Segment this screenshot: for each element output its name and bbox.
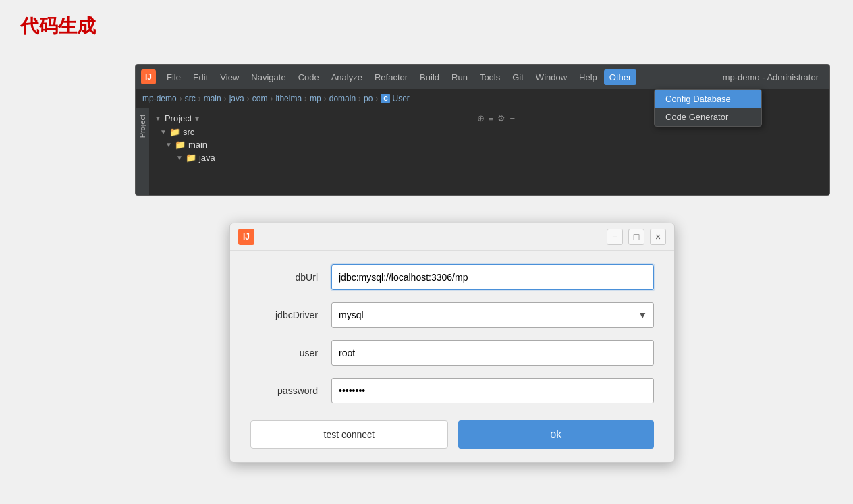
tree-icon-3[interactable]: ⚙ — [497, 113, 505, 123]
menu-analyze[interactable]: Analyze — [326, 69, 368, 85]
tree-header: ▼ Project ▾ ⊕ ≡ ⚙ − — [149, 111, 520, 125]
main-label: main — [188, 140, 207, 150]
menu-edit[interactable]: Edit — [188, 69, 213, 85]
project-sidebar-label: Project — [138, 115, 146, 138]
menu-code[interactable]: Code — [293, 69, 325, 85]
test-connect-button[interactable]: test connect — [250, 420, 448, 449]
menu-tools[interactable]: Tools — [474, 69, 505, 85]
dialog-footer: test connect ok — [230, 420, 674, 462]
breadcrumb-java[interactable]: java — [229, 94, 244, 103]
dburl-row: dbUrl — [250, 264, 654, 290]
dialog-close-button[interactable]: × — [650, 229, 666, 245]
project-sidebar-tab[interactable]: Project — [136, 108, 149, 195]
ide-window: IJ File Edit View Navigate Code Analyze … — [135, 64, 830, 196]
breadcrumb-domain[interactable]: domain — [329, 94, 356, 103]
dialog-titlebar: IJ − □ × — [230, 223, 674, 251]
src-expand-arrow: ▼ — [160, 128, 167, 136]
jdbcdriver-select[interactable]: mysql postgresql oracle sqlserver — [331, 302, 654, 328]
tree-collapse-icon: ▼ — [155, 115, 161, 122]
tree-project-label: Project — [165, 113, 192, 123]
breadcrumb-po[interactable]: po — [364, 94, 373, 103]
menu-git[interactable]: Git — [507, 69, 529, 85]
menu-help[interactable]: Help — [574, 69, 603, 85]
menu-build[interactable]: Build — [414, 69, 445, 85]
java-label: java — [199, 152, 215, 163]
menu-refactor[interactable]: Refactor — [369, 69, 413, 85]
dburl-input[interactable] — [331, 264, 654, 290]
main-folder-icon: 📁 — [175, 140, 186, 150]
src-label: src — [183, 127, 194, 137]
tree-icon-1[interactable]: ⊕ — [477, 113, 485, 123]
dropdown-config-database[interactable]: Config Database — [655, 90, 761, 108]
dialog-content: dbUrl jdbcDriver mysql postgresql oracle… — [230, 251, 674, 420]
java-folder-icon: 📁 — [186, 152, 196, 163]
user-row: user — [250, 340, 654, 366]
jdbcdriver-select-wrapper: mysql postgresql oracle sqlserver ▼ — [331, 302, 654, 328]
user-input[interactable] — [331, 340, 654, 366]
breadcrumb-user[interactable]: C User — [381, 94, 409, 103]
user-label: user — [250, 347, 318, 358]
tree-header-icons: ⊕ ≡ ⚙ − — [477, 113, 515, 123]
ide-logo: IJ — [141, 69, 156, 84]
menu-window[interactable]: Window — [530, 69, 572, 85]
ide-menubar: IJ File Edit View Navigate Code Analyze … — [136, 65, 829, 89]
dropdown-code-generator[interactable]: Code Generator — [655, 108, 761, 126]
project-title: mp-demo - Administrator — [717, 69, 824, 85]
tree-icon-2[interactable]: ≡ — [489, 113, 494, 123]
breadcrumb-mp[interactable]: mp — [310, 94, 321, 103]
dialog-minimize-button[interactable]: − — [607, 229, 623, 245]
jdbcdriver-row: jdbcDriver mysql postgresql oracle sqlse… — [250, 302, 654, 328]
src-folder-icon: 📁 — [169, 127, 180, 137]
breadcrumb-src[interactable]: src — [185, 94, 196, 103]
tree-item-java[interactable]: ▼ 📁 java — [149, 151, 520, 164]
menu-file[interactable]: File — [161, 69, 186, 85]
ok-button[interactable]: ok — [458, 420, 655, 449]
breadcrumb-com[interactable]: com — [252, 94, 268, 103]
breadcrumb-itheima[interactable]: itheima — [275, 94, 302, 103]
menu-navigate[interactable]: Navigate — [246, 69, 291, 85]
password-row: password — [250, 378, 654, 403]
dburl-label: dbUrl — [250, 272, 318, 283]
dialog-logo: IJ — [238, 229, 254, 245]
menu-run[interactable]: Run — [446, 69, 473, 85]
tree-item-src[interactable]: ▼ 📁 src — [149, 125, 520, 138]
breadcrumb-mp-demo[interactable]: mp-demo — [142, 94, 177, 103]
java-expand-arrow: ▼ — [176, 154, 183, 161]
menu-view[interactable]: View — [215, 69, 244, 85]
tree-dropdown-icon[interactable]: ▾ — [195, 114, 199, 123]
page-title: 代码生成 — [20, 13, 96, 39]
class-icon: C — [381, 94, 390, 103]
tree-item-main[interactable]: ▼ 📁 main — [149, 138, 520, 151]
password-input[interactable] — [331, 378, 654, 403]
menu-other[interactable]: Other — [604, 69, 637, 85]
jdbcdriver-label: jdbcDriver — [250, 310, 318, 320]
file-tree: ▼ Project ▾ ⊕ ≡ ⚙ − ▼ 📁 src — [149, 108, 520, 195]
dialog-maximize-button[interactable]: □ — [628, 229, 644, 245]
password-label: password — [250, 385, 318, 396]
dialog-window-controls: − □ × — [607, 229, 666, 245]
config-database-dialog: IJ − □ × dbUrl jdbcDriver mysql p — [229, 223, 675, 463]
main-expand-arrow: ▼ — [165, 141, 172, 148]
other-dropdown-menu: Config Database Code Generator — [654, 89, 762, 127]
breadcrumb-main[interactable]: main — [204, 94, 221, 103]
tree-icon-4[interactable]: − — [510, 113, 515, 123]
